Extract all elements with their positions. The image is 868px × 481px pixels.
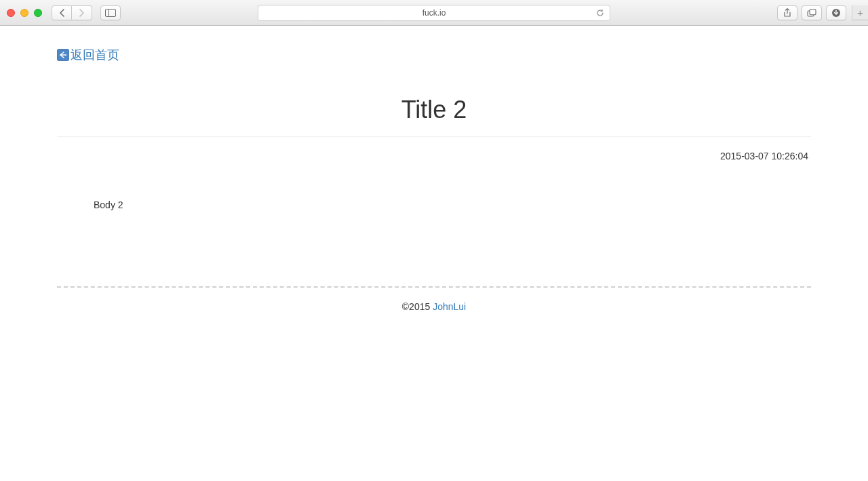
svg-rect-3 — [810, 9, 816, 14]
window-controls — [7, 9, 42, 17]
back-to-home-link[interactable]: 返回首页 — [57, 47, 119, 63]
back-button[interactable] — [52, 5, 72, 20]
reload-icon — [596, 9, 604, 17]
tabs-icon — [807, 9, 816, 17]
url-text: fuck.io — [422, 8, 446, 18]
nav-buttons — [52, 5, 92, 20]
reload-button[interactable] — [596, 9, 604, 17]
svg-rect-0 — [106, 9, 116, 16]
plus-icon: + — [857, 7, 863, 18]
page-title: Title 2 — [57, 96, 811, 136]
chevron-right-icon — [79, 9, 85, 17]
sidebar-toggle-button[interactable] — [100, 5, 121, 20]
arrow-left-icon — [57, 49, 69, 61]
share-icon — [783, 8, 791, 18]
back-link-label: 返回首页 — [71, 47, 119, 63]
sidebar-icon — [105, 9, 116, 17]
toolbar-right: + — [777, 5, 861, 20]
tabs-button[interactable] — [802, 5, 822, 20]
close-window-button[interactable] — [7, 9, 15, 17]
browser-chrome: fuck.io + — [0, 0, 868, 26]
page: 返回首页 Title 2 2015-03-07 10:26:04 Body 2 … — [0, 26, 868, 312]
copyright-text: ©2015 — [402, 301, 433, 312]
new-tab-button[interactable]: + — [852, 5, 868, 20]
address-bar[interactable]: fuck.io — [258, 5, 610, 21]
article-body: Body 2 — [57, 199, 811, 210]
maximize-window-button[interactable] — [34, 9, 42, 17]
chevron-left-icon — [59, 9, 65, 17]
title-separator — [57, 136, 811, 137]
author-link[interactable]: JohnLui — [433, 301, 466, 312]
download-icon — [831, 8, 841, 18]
forward-button[interactable] — [72, 5, 92, 20]
article-date: 2015-03-07 10:26:04 — [57, 151, 811, 161]
downloads-button[interactable] — [826, 5, 846, 20]
minimize-window-button[interactable] — [20, 9, 28, 17]
footer: ©2015 JohnLui — [57, 301, 811, 312]
container: 返回首页 Title 2 2015-03-07 10:26:04 Body 2 … — [47, 26, 821, 312]
share-button[interactable] — [777, 5, 797, 20]
footer-separator — [57, 286, 811, 288]
